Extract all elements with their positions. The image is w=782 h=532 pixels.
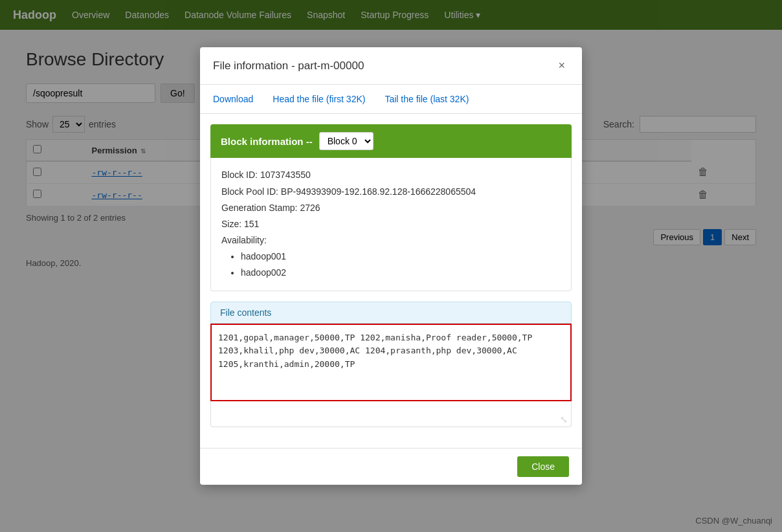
- download-link[interactable]: Download: [213, 94, 253, 104]
- head-file-link[interactable]: Head the file (first 32K): [273, 94, 365, 104]
- availability-list: hadoop001hadoop002: [241, 249, 561, 281]
- availability-node: hadoop001: [241, 249, 561, 265]
- file-contents-section: File contents 1201,gopal,manager,50000,T…: [210, 302, 572, 427]
- generation-stamp: Generation Stamp: 2726: [221, 200, 561, 216]
- modal-links-row: Download Head the file (first 32K) Tail …: [200, 85, 582, 114]
- availability-node: hadoop002: [241, 265, 561, 281]
- block-info-label: Block information --: [221, 136, 313, 147]
- block-info-header: Block information -- Block 0: [210, 124, 572, 158]
- file-contents-area: 1201,gopal,manager,50000,TP 1202,manisha…: [210, 324, 572, 401]
- file-info-modal: File information - part-m-00000 × Downlo…: [200, 47, 582, 484]
- block-pool-id: Block Pool ID: BP-949393909-192.168.92.1…: [221, 184, 561, 200]
- tail-file-link[interactable]: Tail the file (last 32K): [385, 94, 469, 104]
- block-details: Block ID: 1073743550 Block Pool ID: BP-9…: [210, 158, 572, 291]
- block-id: Block ID: 1073743550: [221, 167, 561, 183]
- file-contents-header: File contents: [210, 302, 572, 324]
- modal-overlay[interactable]: File information - part-m-00000 × Downlo…: [0, 0, 782, 532]
- modal-close-button[interactable]: ×: [554, 58, 569, 74]
- modal-body: Block information -- Block 0 Block ID: 1…: [200, 114, 582, 447]
- file-contents-extra: ⤡: [210, 401, 572, 427]
- size-info: Size: 151: [221, 216, 561, 232]
- modal-title: File information - part-m-00000: [213, 60, 364, 72]
- modal-close-btn[interactable]: Close: [517, 456, 569, 477]
- availability-label: Availability:: [221, 232, 561, 249]
- block-select[interactable]: Block 0: [319, 132, 374, 150]
- modal-header: File information - part-m-00000 ×: [200, 47, 582, 85]
- resize-handle-icon: ⤡: [560, 414, 568, 425]
- modal-footer: Close: [200, 448, 582, 485]
